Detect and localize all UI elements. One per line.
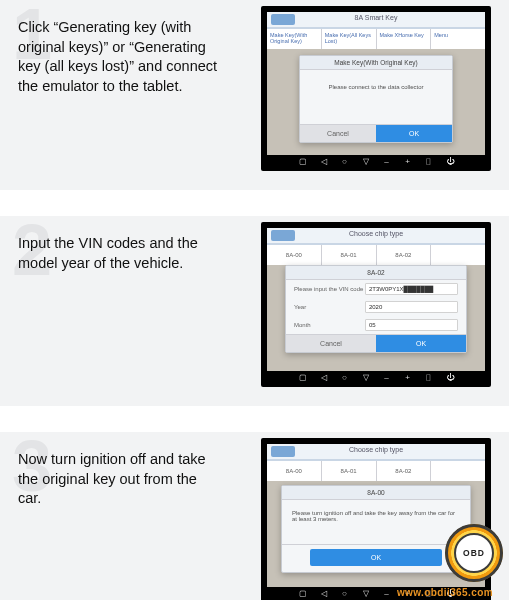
power-icon[interactable]: ⏻ xyxy=(445,157,454,166)
vol-down-icon[interactable]: – xyxy=(382,157,391,166)
topbar: 8A Smart Key xyxy=(267,12,485,29)
dialog-buttons: Cancel OK xyxy=(300,124,452,142)
dialog-buttons: Cancel OK xyxy=(286,334,466,352)
month-label: Month xyxy=(294,322,365,328)
down-icon[interactable]: ▽ xyxy=(361,157,370,166)
tablet-screen: Choose chip type 8A-00 8A-01 8A-02 8A-02… xyxy=(267,228,485,371)
dialog: 8A-00 Please turn ignition off and take … xyxy=(281,485,471,573)
obd-badge-icon: OBD xyxy=(445,524,503,582)
chip-empty xyxy=(431,245,485,267)
soft-keys: ▢ ◁ ○ ▽ – + ⌷ ⏻ xyxy=(267,157,485,168)
step-1: 1 Click “Generating key (with original k… xyxy=(0,0,509,190)
dialog-title: Make Key(With Original Key) xyxy=(300,56,452,70)
down-icon[interactable]: ▽ xyxy=(361,373,370,382)
screen-body: Make Key(With Original Key) Please conne… xyxy=(267,49,485,155)
screen-title: Choose chip type xyxy=(267,230,485,237)
chip-8a02[interactable]: 8A-02 xyxy=(377,461,432,483)
step-2: 2 Input the VIN codes and the model year… xyxy=(0,216,509,406)
vol-down-icon[interactable]: – xyxy=(382,373,391,382)
step-3-text: Now turn ignition off and take the origi… xyxy=(18,446,223,509)
home-icon[interactable]: ○ xyxy=(340,589,349,598)
down-icon[interactable]: ▽ xyxy=(361,589,370,598)
tab-make-original[interactable]: Make Key(With Original Key) xyxy=(267,29,322,51)
dialog: 8A-02 Please input the VIN code 2T3W0PY1… xyxy=(285,265,467,353)
recent-icon[interactable]: ▢ xyxy=(298,373,307,382)
power-icon[interactable]: ⏻ xyxy=(445,373,454,382)
dialog-title: 8A-00 xyxy=(282,486,470,500)
home-icon[interactable]: ○ xyxy=(340,157,349,166)
vin-input[interactable]: 2T3W0PY1X███████ xyxy=(365,283,458,295)
vin-row: Please input the VIN code 2T3W0PY1X█████… xyxy=(286,280,466,298)
year-row: Year 2020 xyxy=(286,298,466,316)
step-3: 3 Now turn ignition off and take the ori… xyxy=(0,432,509,600)
tablet-screen: 8A Smart Key Make Key(With Original Key)… xyxy=(267,12,485,155)
soft-keys: ▢ ◁ ○ ▽ – + ⌷ ⏻ xyxy=(267,373,485,384)
year-label: Year xyxy=(294,304,365,310)
ok-button[interactable]: OK xyxy=(310,549,442,566)
vol-down-icon[interactable]: – xyxy=(382,589,391,598)
tab-menu[interactable]: Menu xyxy=(431,29,485,51)
dialog-title: 8A-02 xyxy=(286,266,466,280)
back-icon[interactable]: ◁ xyxy=(319,589,328,598)
screen-title: Choose chip type xyxy=(267,446,485,453)
step-2-tablet: Choose chip type 8A-00 8A-01 8A-02 8A-02… xyxy=(261,222,491,387)
badge-text: OBD xyxy=(454,533,494,573)
chip-8a01[interactable]: 8A-01 xyxy=(322,245,377,267)
ok-button[interactable]: OK xyxy=(376,125,452,142)
topbar: Choose chip type xyxy=(267,228,485,245)
vin-label: Please input the VIN code xyxy=(294,286,365,292)
step-2-text: Input the VIN codes and the model year o… xyxy=(18,230,223,273)
recent-icon[interactable]: ▢ xyxy=(298,589,307,598)
camera-icon[interactable]: ⌷ xyxy=(424,373,433,382)
vol-up-icon[interactable]: + xyxy=(403,157,412,166)
vol-up-icon[interactable]: + xyxy=(403,373,412,382)
month-input[interactable]: 05 xyxy=(365,319,458,331)
cancel-button[interactable]: Cancel xyxy=(286,335,376,352)
topbar: Choose chip type xyxy=(267,444,485,461)
ok-button[interactable]: OK xyxy=(376,335,466,352)
year-input[interactable]: 2020 xyxy=(365,301,458,313)
dialog-buttons: OK xyxy=(282,544,470,572)
chip-8a00[interactable]: 8A-00 xyxy=(267,461,322,483)
chip-8a01[interactable]: 8A-01 xyxy=(322,461,377,483)
dialog: Make Key(With Original Key) Please conne… xyxy=(299,55,453,143)
back-icon[interactable]: ◁ xyxy=(319,373,328,382)
chip-8a02[interactable]: 8A-02 xyxy=(377,245,432,267)
tab-xhorse[interactable]: Make XHorse Key xyxy=(377,29,432,51)
back-icon[interactable]: ◁ xyxy=(319,157,328,166)
screen-title: 8A Smart Key xyxy=(267,14,485,21)
watermark-url: www.obdii365.com xyxy=(397,587,493,598)
month-row: Month 05 xyxy=(286,316,466,334)
spacer-2 xyxy=(0,406,509,432)
chip-empty xyxy=(431,461,485,483)
chip-8a00[interactable]: 8A-00 xyxy=(267,245,322,267)
dialog-message: Please turn ignition off and take the ke… xyxy=(282,500,470,544)
screen-body: 8A-02 Please input the VIN code 2T3W0PY1… xyxy=(267,265,485,371)
home-icon[interactable]: ○ xyxy=(340,373,349,382)
camera-icon[interactable]: ⌷ xyxy=(424,157,433,166)
step-1-text: Click “Generating key (with original key… xyxy=(18,14,223,96)
tab-make-lost[interactable]: Make Key(All Keys Lost) xyxy=(322,29,377,51)
cancel-button[interactable]: Cancel xyxy=(300,125,376,142)
recent-icon[interactable]: ▢ xyxy=(298,157,307,166)
step-1-tablet: 8A Smart Key Make Key(With Original Key)… xyxy=(261,6,491,171)
dialog-message: Please connect to the data collector xyxy=(300,70,452,124)
spacer-1 xyxy=(0,190,509,216)
